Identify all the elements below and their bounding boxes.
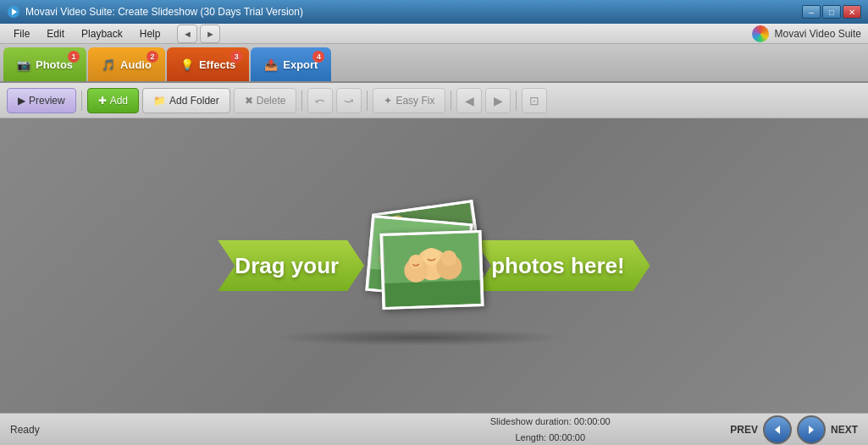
status-info: Slideshow duration: 00:00:00 Length: 00:… (370, 414, 730, 445)
add-folder-button[interactable]: 📁 Add Folder (142, 88, 230, 113)
next-nav-button[interactable]: ▶ (485, 88, 511, 113)
rotate-left-button[interactable]: ⤺ (307, 88, 333, 113)
separator-5 (516, 91, 517, 111)
menu-playback[interactable]: Playback (75, 26, 130, 41)
audio-badge: 2 (147, 51, 158, 63)
photo-card-3 (380, 230, 484, 310)
add-button[interactable]: ✚ Add (87, 88, 139, 113)
back-button[interactable]: ◄ (177, 25, 197, 43)
photos-icon: 📷 (17, 58, 30, 71)
photo-shadow (271, 329, 567, 346)
effects-badge: 3 (230, 51, 242, 63)
app-icon (7, 5, 20, 19)
easy-fix-button[interactable]: ✦ Easy Fix (373, 88, 445, 113)
menu-bar: File Edit Playback Help ◄ ► Movavi Video… (0, 24, 868, 44)
export-badge: 4 (312, 51, 324, 63)
photos-badge: 1 (68, 51, 80, 63)
preview-button[interactable]: ▶ Preview (7, 88, 76, 113)
status-bar: Ready Slideshow duration: 00:00:00 Lengt… (0, 413, 868, 445)
title-bar: Movavi Video Suite: Create Slideshow (30… (0, 0, 868, 24)
nav-controls: PREV NEXT (730, 415, 858, 444)
menu-edit[interactable]: Edit (40, 26, 71, 41)
tab-bar: 📷 Photos 1 🎵 Audio 2 💡 Effects 3 📤 Expor… (0, 44, 868, 83)
next-circle-button[interactable] (797, 415, 826, 444)
separator-4 (451, 91, 451, 111)
tab-photos-label: Photos (36, 58, 73, 71)
svg-marker-26 (775, 426, 780, 434)
svg-marker-27 (809, 426, 814, 434)
photos-here-label: photos here! (474, 240, 650, 291)
effects-icon: 💡 (180, 58, 194, 71)
title-bar-controls: – □ ✕ (802, 5, 861, 19)
folder-icon: 📁 (153, 95, 166, 107)
main-content: Drag your (0, 118, 868, 413)
prev-circle-button[interactable] (763, 415, 792, 444)
menu-file[interactable]: File (7, 26, 36, 41)
export-icon: 📤 (264, 58, 278, 71)
prev-label: PREV (730, 424, 758, 436)
separator-2 (301, 91, 302, 111)
fit-button[interactable]: ⊡ (522, 88, 547, 113)
tab-export[interactable]: 📤 Export 4 (251, 47, 331, 81)
photo-stack (351, 198, 487, 333)
status-ready: Ready (10, 424, 370, 436)
tab-effects[interactable]: 💡 Effects 3 (167, 47, 249, 81)
toolbar: ▶ Preview ✚ Add 📁 Add Folder ✖ Delete ⤺ … (0, 83, 868, 118)
length-label: Length: 00:00:00 (370, 430, 730, 446)
logo-spinner (752, 25, 769, 42)
menu-help[interactable]: Help (133, 26, 168, 41)
logo-text: Movavi Video Suite (774, 28, 861, 40)
duration-label: Slideshow duration: 00:00:00 (370, 414, 730, 430)
svg-rect-19 (385, 280, 481, 307)
audio-icon: 🎵 (102, 58, 115, 71)
tab-effects-label: Effects (199, 58, 235, 71)
delete-icon: ✖ (245, 95, 253, 107)
title-bar-text: Movavi Video Suite: Create Slideshow (30… (25, 6, 797, 18)
tab-photos[interactable]: 📷 Photos 1 (3, 47, 86, 81)
plus-icon: ✚ (98, 95, 107, 107)
separator-3 (367, 91, 368, 111)
delete-button[interactable]: ✖ Delete (234, 88, 297, 113)
close-button[interactable]: ✕ (843, 5, 861, 19)
forward-button[interactable]: ► (200, 25, 220, 43)
separator-1 (81, 91, 82, 111)
drag-label: Drag your (218, 240, 364, 291)
next-label: NEXT (831, 424, 858, 436)
maximize-button[interactable]: □ (822, 5, 841, 19)
rotate-right-button[interactable]: ⤻ (336, 88, 362, 113)
play-icon: ▶ (18, 95, 25, 107)
drop-zone[interactable]: Drag your (218, 198, 650, 333)
tab-audio[interactable]: 🎵 Audio 2 (88, 47, 165, 81)
prev-nav-button[interactable]: ◀ (456, 88, 482, 113)
menu-logo: Movavi Video Suite (752, 25, 861, 42)
wand-icon: ✦ (384, 95, 392, 107)
minimize-button[interactable]: – (802, 5, 821, 19)
